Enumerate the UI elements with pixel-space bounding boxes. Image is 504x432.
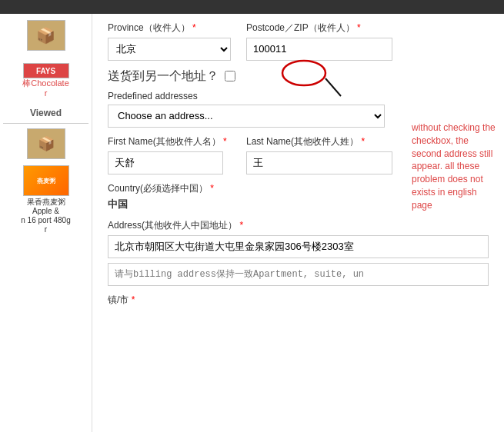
- firstname-group: First Name(其他收件人名） *: [108, 135, 231, 174]
- viewed-section: Viewed: [3, 108, 88, 124]
- sidebar-product-4: 燕麦粥 果香燕麦粥Apple &n 16 port 480gr: [3, 165, 88, 234]
- top-bar: [0, 0, 504, 14]
- postcode-input[interactable]: [246, 38, 392, 61]
- firstname-input[interactable]: [108, 151, 223, 174]
- product-box-red-1: FAYS: [23, 63, 69, 78]
- sidebar-product-1: 📦: [3, 20, 88, 54]
- lastname-group: Last Name(其他收件人姓） *: [246, 135, 400, 174]
- firstname-label: First Name(其他收件人名） *: [108, 135, 231, 148]
- product-label-r: r: [45, 88, 48, 98]
- predefined-select[interactable]: Choose an address...: [108, 105, 385, 128]
- product-box-4: 燕麦粥: [23, 165, 69, 196]
- product-label-1: 棒Chocolate: [22, 78, 69, 88]
- sidebar-product-2: FAYS 棒Chocolate r: [3, 63, 88, 98]
- address-label: Address(其他收件人中国地址） *: [108, 219, 489, 232]
- city-section: 镇/市 *: [108, 294, 489, 307]
- product-box-icon-1: 📦: [27, 20, 65, 51]
- province-label: Province（收件人） *: [108, 22, 231, 35]
- address-input[interactable]: [108, 235, 489, 258]
- svg-point-0: [282, 61, 325, 85]
- province-select[interactable]: 北京: [108, 38, 231, 61]
- main-content: Province（收件人） * 北京 Postcode／ZIP（收件人） * 送…: [92, 14, 504, 432]
- predefined-label: Predefined addresses: [108, 91, 489, 101]
- product-label-4: 果香燕麦粥Apple &n 16 port 480gr: [21, 198, 71, 234]
- deliver-title: 送货到另一个地址？: [108, 68, 219, 85]
- address-section: Address(其他收件人中国地址） *: [108, 219, 489, 286]
- lastname-input[interactable]: [246, 151, 392, 174]
- sidebar: 📦 FAYS 棒Chocolate r Viewed 📦 燕麦粥 果香燕麦粥Ap…: [0, 14, 92, 432]
- annotation-text: without checking the checkbox, the secon…: [412, 121, 496, 212]
- deliver-section: 送货到另一个地址？: [108, 68, 489, 85]
- viewed-label: Viewed: [3, 108, 88, 118]
- deliver-checkbox[interactable]: [225, 71, 235, 81]
- province-group: Province（收件人） * 北京: [108, 22, 231, 61]
- city-label: 镇/市 *: [108, 294, 489, 307]
- lastname-label: Last Name(其他收件人姓） *: [246, 135, 400, 148]
- sidebar-divider: [3, 123, 88, 124]
- address-placeholder-input[interactable]: [108, 263, 489, 286]
- product-box-icon-3: 📦: [27, 128, 65, 159]
- sidebar-product-3: 📦: [3, 128, 88, 159]
- province-postcode-row: Province（收件人） * 北京 Postcode／ZIP（收件人） *: [108, 22, 489, 61]
- postcode-group: Postcode／ZIP（收件人） *: [246, 22, 392, 61]
- postcode-label: Postcode／ZIP（收件人） *: [246, 22, 392, 35]
